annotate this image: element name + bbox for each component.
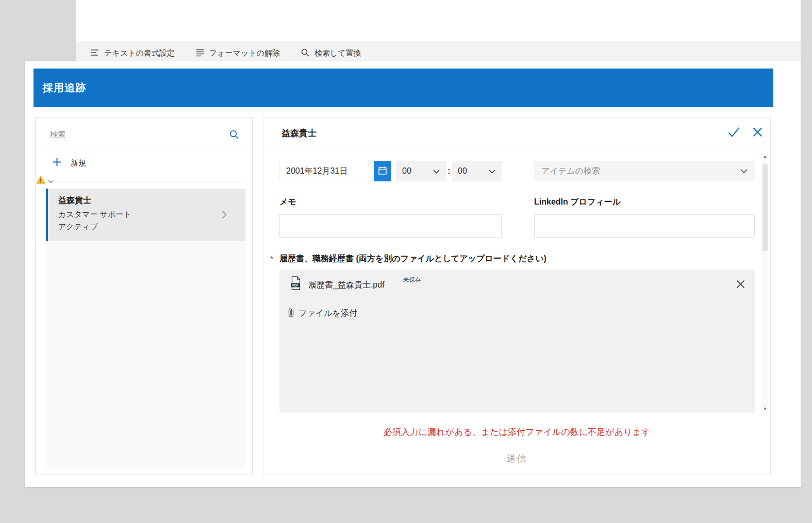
- toolbar-item-label: 検索して置換: [314, 48, 361, 58]
- minute-value: 00: [458, 166, 467, 176]
- memo-input[interactable]: [279, 214, 502, 238]
- scrollbar-thumb[interactable]: [763, 164, 768, 251]
- hour-select[interactable]: 00: [396, 161, 446, 181]
- item-search-placeholder: アイテムの検索: [541, 166, 600, 177]
- minute-select[interactable]: 00: [452, 161, 502, 181]
- chevron-right-icon: [222, 210, 227, 221]
- form-header: 益森貴士: [263, 118, 770, 146]
- submit-button[interactable]: 送信: [263, 452, 770, 465]
- attach-file-button[interactable]: ファイルを添付: [288, 308, 357, 319]
- sidebar: 新規 益森貴士 カスタマー サポート アクティブ: [35, 117, 253, 475]
- remove-attachment-icon[interactable]: [736, 280, 745, 289]
- validation-error-message: 必須入力に漏れがある、または添付ファイルの数に不足があります: [263, 426, 770, 438]
- clear-format-icon: [195, 49, 205, 58]
- form-scrollbar[interactable]: ▲ ▼: [761, 153, 769, 413]
- item-search-combobox[interactable]: アイテムの検索: [534, 161, 755, 181]
- toolbar-format-text-button[interactable]: テキストの書式設定: [90, 48, 175, 58]
- record-name: 益森貴士: [58, 195, 245, 206]
- attachments-field-label: 履歴書、職務経歴書 (両方を別のファイルとしてアップロードください): [279, 254, 546, 264]
- record-status: アクティブ: [58, 222, 245, 232]
- linkedin-input[interactable]: [534, 214, 755, 238]
- app-title: 採用追跡: [43, 81, 86, 95]
- memo-label: メモ: [279, 197, 296, 208]
- app-header: 採用追跡: [34, 69, 773, 107]
- form-title: 益森貴士: [281, 127, 317, 139]
- new-record-label: 新規: [71, 158, 86, 168]
- new-record-button[interactable]: 新規: [46, 150, 245, 176]
- warning-icon: [36, 176, 45, 186]
- attachments-area: PDF 履歴書_益森貴士.pdf 未保存 ファイルを添付: [279, 269, 755, 413]
- chevron-down-icon: [740, 166, 748, 176]
- chevron-down-icon: [433, 166, 440, 176]
- sidebar-divider: [46, 182, 245, 182]
- plus-icon: [52, 157, 62, 169]
- linkedin-label: LinkedIn プロフィール: [534, 197, 621, 208]
- search-box: [46, 123, 245, 146]
- attachment-status-badge: 未保存: [403, 276, 421, 284]
- toolbar-item-label: フォーマットの解除: [209, 48, 280, 58]
- screen: テキストの書式設定 フォーマットの解除 検索して置換 採用追跡: [0, 0, 812, 523]
- toolbar-find-replace-button[interactable]: 検索して置換: [301, 48, 361, 59]
- required-marker: *: [270, 254, 273, 263]
- hour-value: 00: [402, 166, 411, 176]
- attachment-item: PDF 履歴書_益森貴士.pdf 未保存: [279, 269, 755, 298]
- search-icon[interactable]: [229, 129, 239, 140]
- record-form: 益森貴士 00 : 0: [263, 117, 771, 475]
- paperclip-icon: [288, 308, 294, 319]
- app-window: 採用追跡 新規: [25, 61, 801, 487]
- record-list: 益森貴士 カスタマー サポート アクティブ: [46, 189, 245, 468]
- chevron-down-icon: [489, 166, 495, 176]
- toolbar-item-label: テキストの書式設定: [104, 48, 175, 58]
- chevron-down-icon: [48, 176, 54, 185]
- toolbar-clear-format-button[interactable]: フォーマットの解除: [195, 48, 280, 58]
- save-check-icon[interactable]: [727, 126, 740, 140]
- calendar-icon: [378, 166, 387, 176]
- page-background-top: [76, 0, 801, 41]
- format-text-icon: [90, 49, 100, 58]
- time-separator: :: [448, 161, 450, 181]
- close-icon[interactable]: [752, 127, 763, 140]
- svg-text:PDF: PDF: [292, 284, 299, 287]
- calendar-button[interactable]: [374, 161, 391, 181]
- scroll-up-icon[interactable]: ▲: [761, 154, 769, 159]
- pdf-file-icon: PDF: [290, 276, 302, 290]
- date-input[interactable]: [279, 161, 374, 181]
- record-role: カスタマー サポート: [58, 210, 245, 220]
- warning-toggle[interactable]: [36, 176, 54, 186]
- scroll-down-icon[interactable]: ▼: [761, 407, 769, 411]
- search-replace-icon: [301, 48, 310, 59]
- search-input[interactable]: [46, 130, 229, 139]
- attach-file-label: ファイルを添付: [299, 308, 357, 319]
- list-item[interactable]: 益森貴士 カスタマー サポート アクティブ: [46, 189, 245, 241]
- attachment-file-name: 履歴書_益森貴士.pdf: [308, 280, 385, 291]
